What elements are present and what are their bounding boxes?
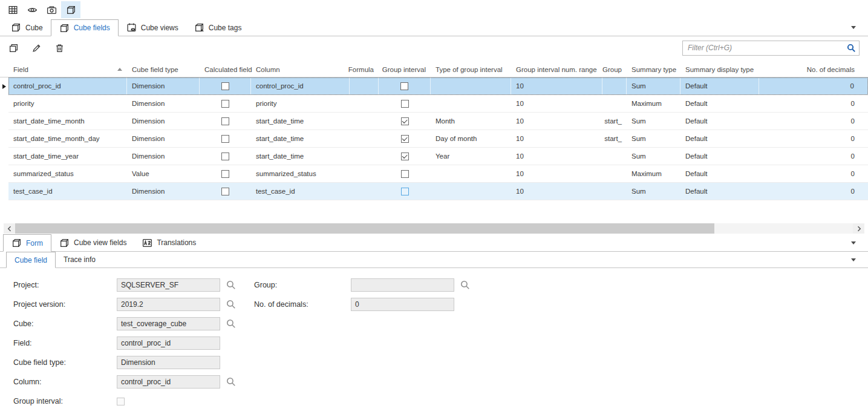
table-row[interactable]: start_date_time_yearDimensionstart_date_… bbox=[0, 148, 868, 165]
group_interval-checkbox[interactable] bbox=[401, 188, 409, 195]
cell-value: control_proc_id bbox=[13, 82, 61, 90]
no-of-decimals-field[interactable]: 0 bbox=[351, 298, 454, 311]
group_interval-checkbox[interactable] bbox=[401, 100, 409, 108]
cell-value: priority bbox=[256, 100, 277, 107]
column-header-calculated-field[interactable]: Calculated field bbox=[200, 66, 251, 73]
project-version-field[interactable]: 2019.2 bbox=[117, 298, 220, 311]
calendar-eye-icon bbox=[126, 22, 137, 33]
filter-input[interactable] bbox=[688, 44, 846, 52]
chevron-down-icon[interactable] bbox=[851, 241, 856, 244]
preview-button[interactable] bbox=[22, 1, 42, 18]
cell-field: test_case_id bbox=[8, 183, 127, 200]
cell-value: start_date_time bbox=[256, 135, 304, 142]
column-header-column[interactable]: Column bbox=[251, 66, 350, 73]
column-header-group[interactable]: Group bbox=[602, 66, 627, 73]
calculated_field-checkbox[interactable] bbox=[221, 100, 229, 108]
column-field[interactable]: control_proc_id bbox=[117, 375, 220, 389]
cell-value: Default bbox=[685, 153, 707, 160]
calculated_field-checkbox[interactable] bbox=[221, 82, 229, 90]
table-row[interactable]: priorityDimensionpriority10MaximumDefaul… bbox=[0, 95, 868, 113]
column-header-label: Column bbox=[256, 66, 280, 73]
search-icon[interactable] bbox=[226, 318, 237, 329]
cube-field-type-field[interactable]: Dimension bbox=[117, 356, 220, 369]
delete-button[interactable] bbox=[50, 39, 69, 56]
column-header-summary-display-type[interactable]: Summary display type bbox=[680, 66, 759, 73]
table-row[interactable]: start_date_time_monthDimensionstart_date… bbox=[0, 113, 868, 130]
snapshot-button[interactable] bbox=[42, 1, 61, 18]
column-header-formula[interactable]: Formula bbox=[350, 66, 379, 73]
table-row[interactable]: test_case_idDimensiontest_case_id10SumDe… bbox=[0, 183, 868, 200]
tab-cube-fields[interactable]: Cube fields bbox=[51, 19, 119, 36]
copy-button[interactable] bbox=[4, 39, 23, 56]
field-label: Cube field type: bbox=[13, 358, 117, 367]
calculated_field-checkbox[interactable] bbox=[221, 188, 229, 195]
search-icon[interactable] bbox=[846, 43, 857, 53]
tab-translations[interactable]: Translations bbox=[134, 234, 204, 251]
column-header-cube-field-type[interactable]: Cube field type bbox=[127, 66, 200, 73]
table-row[interactable]: start_date_time_month_dayDimensionstart_… bbox=[0, 130, 868, 148]
group_interval-checkbox[interactable] bbox=[401, 135, 409, 143]
cube-fields-grid: FieldCube field typeCalculated fieldColu… bbox=[0, 62, 868, 200]
cell-group: start_ bbox=[602, 130, 627, 147]
search-icon[interactable] bbox=[460, 280, 471, 290]
cell-group_interval_num_range: 10 bbox=[511, 130, 602, 147]
table-row[interactable]: summarized_statusValuesummarized_status1… bbox=[0, 165, 868, 183]
cell-group_interval bbox=[379, 77, 431, 94]
field-field[interactable]: control_proc_id bbox=[117, 336, 220, 350]
cell-value: 10 bbox=[516, 82, 524, 90]
group-field[interactable] bbox=[351, 278, 454, 292]
search-icon[interactable] bbox=[226, 376, 237, 387]
calculated_field-checkbox[interactable] bbox=[221, 117, 229, 125]
cell-group bbox=[602, 148, 627, 165]
cell-calculated_field bbox=[200, 130, 251, 147]
column-header-type-of-group-interval[interactable]: Type of group interval bbox=[431, 66, 511, 73]
scroll-left-icon[interactable] bbox=[4, 223, 15, 234]
cell-value: start_ bbox=[604, 135, 622, 142]
group_interval-checkbox[interactable] bbox=[400, 82, 408, 90]
column-header-summary-type[interactable]: Summary type bbox=[627, 66, 680, 73]
group-interval-checkbox[interactable] bbox=[117, 398, 125, 405]
edit-button[interactable] bbox=[27, 39, 46, 56]
cell-value: Default bbox=[685, 82, 707, 90]
tab-cube-views[interactable]: Cube views bbox=[119, 19, 186, 36]
grid-view-button[interactable] bbox=[3, 1, 22, 18]
scroll-right-icon[interactable] bbox=[853, 223, 864, 234]
form-field-no-of-decimals: No. of decimals:0 bbox=[254, 298, 454, 311]
form-row: Field:control_proc_id bbox=[13, 333, 868, 353]
eye-icon bbox=[27, 5, 38, 15]
tab-cube-tags[interactable]: Cube tags bbox=[186, 19, 250, 36]
scrollbar-track[interactable] bbox=[15, 223, 853, 234]
chevron-down-icon[interactable] bbox=[851, 258, 856, 261]
group_interval-checkbox[interactable] bbox=[401, 153, 409, 160]
tab-cube[interactable]: Cube bbox=[3, 19, 51, 36]
group_interval-checkbox[interactable] bbox=[401, 117, 409, 125]
project-field[interactable]: SQLSERVER_SF bbox=[117, 278, 220, 292]
search-icon[interactable] bbox=[226, 280, 237, 290]
calculated_field-checkbox[interactable] bbox=[221, 153, 229, 160]
chevron-down-icon[interactable] bbox=[851, 26, 856, 29]
cell-group_interval bbox=[379, 148, 431, 165]
horizontal-scrollbar[interactable] bbox=[4, 223, 864, 234]
tab-cube-field[interactable]: Cube field bbox=[6, 252, 56, 268]
calculated_field-checkbox[interactable] bbox=[221, 170, 229, 178]
group_interval-checkbox[interactable] bbox=[401, 170, 409, 178]
calculated_field-checkbox[interactable] bbox=[221, 135, 229, 143]
table-row-cells: test_case_idDimensiontest_case_id10SumDe… bbox=[8, 183, 868, 200]
cell-type_of_group_interval bbox=[431, 77, 511, 94]
column-header-group-interval[interactable]: Group interval bbox=[379, 66, 431, 73]
cube-field[interactable]: test_coverage_cube bbox=[117, 317, 220, 330]
search-icon[interactable] bbox=[226, 299, 237, 310]
column-header-group-interval-num-range[interactable]: Group interval num. range bbox=[511, 66, 602, 73]
form-row: Cube field type:Dimension bbox=[13, 353, 868, 372]
tab-label: Translations bbox=[157, 238, 196, 247]
tab-trace-info[interactable]: Trace info bbox=[56, 252, 103, 267]
cube-button[interactable] bbox=[61, 1, 80, 18]
column-header-no-of-decimals[interactable]: No. of decimals bbox=[759, 66, 868, 73]
cell-value: Default bbox=[685, 135, 707, 142]
table-row[interactable]: control_proc_idDimensioncontrol_proc_id1… bbox=[0, 77, 868, 95]
column-header-field[interactable]: Field bbox=[8, 66, 127, 73]
scrollbar-thumb[interactable] bbox=[15, 223, 714, 234]
tab-cube-view-fields[interactable]: Cube view fields bbox=[51, 234, 134, 251]
cell-value: Default bbox=[685, 188, 707, 195]
tab-form[interactable]: Form bbox=[3, 234, 51, 252]
